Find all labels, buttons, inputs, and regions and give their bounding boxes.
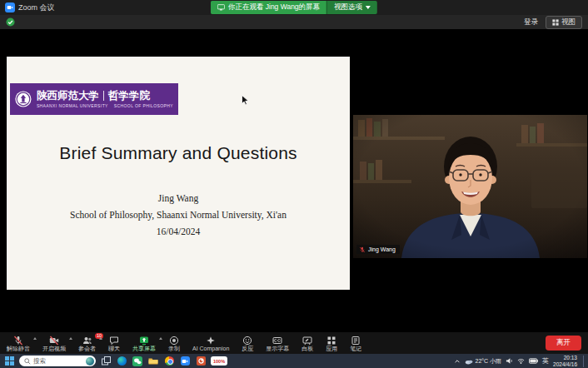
- share-screen-icon: [139, 335, 149, 346]
- leave-meeting-button[interactable]: 离开: [546, 336, 581, 351]
- banner-chinese-row: 陕西师范大学 哲学学院: [37, 91, 173, 102]
- chat-icon: [109, 335, 119, 346]
- search-placeholder: 搜索: [33, 357, 46, 366]
- zoom-taskbar-button[interactable]: [179, 356, 191, 367]
- weather-cloud-icon: [465, 358, 473, 365]
- ime-indicator[interactable]: 英: [542, 357, 549, 365]
- chevron-down-icon: [366, 6, 371, 9]
- participant-video-frame: [353, 115, 587, 258]
- school-name-en: SCHOOL OF PHILOSOPHY: [114, 103, 173, 108]
- task-view-icon: [102, 356, 111, 366]
- meeting-stage: 陕西师范大学 哲学学院 SHAANXI NORMAL UNIVERSITY SC…: [0, 29, 588, 332]
- toolbar-captions-button[interactable]: 显示字幕: [266, 335, 289, 352]
- toolbar-apps-label: 应用: [326, 346, 337, 352]
- file-explorer-button[interactable]: [147, 356, 159, 367]
- toolbar-record-button[interactable]: 录制: [168, 335, 180, 352]
- chevron-up-icon[interactable]: [99, 337, 102, 340]
- university-seal-logo: [15, 87, 32, 111]
- toolbar-chat-button[interactable]: 聊天: [108, 335, 120, 352]
- slide-affiliation: School of Philosophy, Shaanxi Normal Uni…: [7, 206, 350, 223]
- volume-button[interactable]: [506, 357, 513, 365]
- encryption-shield-icon: [6, 17, 15, 27]
- participant-name: Jing Wang: [368, 245, 396, 254]
- battery-tray-button[interactable]: [529, 358, 538, 364]
- zoom-titlebar: Zoom 会议 你正在观看 Jing Wang的屏幕 视图选项: [0, 0, 588, 15]
- ai-companion-icon: [206, 335, 216, 346]
- toolbar-notes-button[interactable]: 笔记: [350, 335, 361, 352]
- screen-share-indicator-icon: [217, 4, 225, 11]
- powerpoint-icon: [197, 356, 206, 366]
- screen-watching-banner: 你正在观看 Jing Wang的屏幕 视图选项: [211, 1, 377, 14]
- hidden-icons-button[interactable]: [454, 358, 461, 365]
- chevron-up-icon[interactable]: [33, 337, 37, 340]
- toolbar-share-screen-button[interactable]: 共享屏幕: [132, 335, 156, 352]
- windows-logo-icon: [5, 356, 14, 366]
- taskbar-clock[interactable]: 20:13 2024/4/16: [553, 355, 577, 368]
- start-button[interactable]: [3, 356, 15, 367]
- powerpoint-button[interactable]: [195, 356, 207, 367]
- battery-icon: [529, 358, 538, 364]
- toolbar-whiteboard-button[interactable]: 白板: [301, 335, 313, 352]
- toolbar-ai-companion-button[interactable]: AI Companion: [192, 335, 229, 352]
- participants-icon: [82, 335, 92, 346]
- signin-button[interactable]: 登录: [524, 17, 538, 27]
- banner-english-row: SHAANXI NORMAL UNIVERSITY SCHOOL OF PHIL…: [37, 103, 173, 108]
- show-desktop-button[interactable]: [583, 356, 585, 367]
- shared-presentation-slide: 陕西师范大学 哲学学院 SHAANXI NORMAL UNIVERSITY SC…: [7, 57, 350, 290]
- chevron-up-icon: [454, 358, 461, 365]
- toolbar-reactions-label: 反应: [242, 346, 253, 352]
- captions-icon: [272, 335, 282, 346]
- chrome-button[interactable]: [163, 356, 175, 367]
- participant-video-tile[interactable]: Jing Wang: [353, 115, 587, 258]
- network-button[interactable]: [517, 357, 525, 365]
- mouse-cursor-icon: [242, 95, 249, 106]
- system-tray: 22°C 小雨 英 20:13 2024/4/16: [454, 355, 585, 368]
- university-banner: 陕西师范大学 哲学学院 SHAANXI NORMAL UNIVERSITY SC…: [10, 83, 178, 115]
- mic-off-icon: [13, 335, 23, 346]
- weather-widget[interactable]: 22°C 小雨: [465, 357, 501, 366]
- school-name-cn: 哲学学院: [108, 91, 150, 102]
- university-name-en: SHAANXI NORMAL UNIVERSITY: [37, 103, 108, 108]
- slide-author: Jing Wang: [7, 190, 350, 206]
- toolbar-ai-companion-label: AI Companion: [192, 346, 229, 352]
- zoom-meeting-window: Zoom 会议 你正在观看 Jing Wang的屏幕 视图选项 登录 视图: [0, 0, 588, 368]
- search-icon: [24, 358, 31, 365]
- view-options-button[interactable]: 视图选项: [326, 1, 377, 14]
- taskbar-search-input[interactable]: 搜索: [19, 356, 96, 366]
- subbar-right: 登录 视图: [524, 16, 582, 29]
- toolbar-captions-label: 显示字幕: [266, 346, 289, 352]
- wechat-icon: [132, 356, 142, 366]
- battery-widget[interactable]: 100%: [211, 356, 227, 366]
- notes-icon: [351, 335, 361, 346]
- wifi-icon: [517, 357, 525, 365]
- university-name-cn: 陕西师范大学: [37, 91, 99, 102]
- battery-widget-value: 100%: [213, 359, 225, 364]
- apps-icon: [326, 335, 336, 346]
- view-button[interactable]: 视图: [546, 16, 582, 29]
- task-view-button[interactable]: [100, 356, 112, 367]
- search-highlight-image: [86, 357, 94, 366]
- clock-date: 2024/4/16: [553, 361, 577, 368]
- clock-time: 20:13: [553, 355, 577, 361]
- toolbar-start-video-button[interactable]: 开启视频: [42, 335, 66, 352]
- edge-browser-button[interactable]: [116, 356, 127, 367]
- toolbar-apps-button[interactable]: 应用: [326, 335, 337, 352]
- windows-taskbar: 搜索 100% 22°C 小雨: [0, 354, 588, 368]
- toolbar-share-screen-label: 共享屏幕: [132, 346, 156, 352]
- toolbar-reactions-button[interactable]: 反应: [242, 335, 253, 352]
- banner-divider: [103, 91, 104, 101]
- toolbar-unmute-label: 解除静音: [7, 346, 30, 352]
- chevron-up-icon[interactable]: [69, 337, 72, 340]
- banner-text: 陕西师范大学 哲学学院 SHAANXI NORMAL UNIVERSITY SC…: [37, 91, 173, 108]
- slide-meta-block: Jing Wang School of Philosophy, Shaanxi …: [7, 190, 350, 240]
- wechat-button[interactable]: [132, 356, 143, 367]
- zoom-subbar: 登录 视图: [0, 15, 588, 29]
- zoom-control-toolbar: 解除静音 开启视频 参会者 10 聊天 共享屏幕 录制: [0, 332, 588, 354]
- chevron-up-icon[interactable]: [159, 337, 162, 340]
- view-button-label: 视图: [561, 17, 576, 27]
- weather-text: 22°C 小雨: [475, 357, 501, 366]
- toolbar-unmute-button[interactable]: 解除静音: [7, 335, 30, 352]
- toolbar-participants-button[interactable]: 参会者 10: [78, 335, 96, 352]
- zoom-app-icon: [5, 2, 15, 12]
- toolbar-record-label: 录制: [168, 346, 180, 352]
